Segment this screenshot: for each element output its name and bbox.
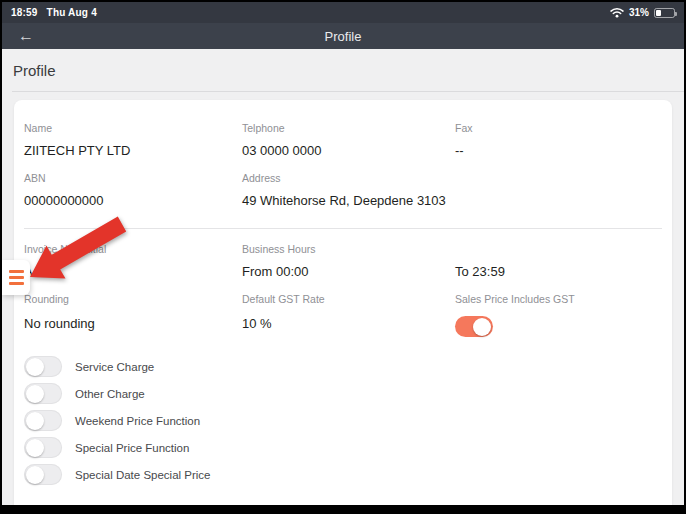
field-label: Name <box>24 122 242 134</box>
hamburger-icon <box>9 270 24 285</box>
abn-field[interactable]: ABN 00000000000 <box>24 172 242 208</box>
battery-percent: 31% <box>629 7 649 18</box>
address-field[interactable]: Address 49 Whitehorse Rd, Deepdene 3103 <box>242 172 455 208</box>
field-label: Business Hours <box>242 243 455 255</box>
business-hours-to-field[interactable]: To 23:59 <box>455 243 672 279</box>
order-types-section: Order Types Dine-in Take-away Quick s <box>24 504 672 505</box>
battery-fill <box>656 10 661 16</box>
card-row-1: Name ZIITECH PTY LTD Telphone 03 0000 00… <box>24 102 672 158</box>
other-charge-toggle[interactable] <box>24 383 62 404</box>
field-value: 03 0000 0000 <box>242 143 455 158</box>
heading-divider <box>12 91 684 92</box>
sales-price-includes-gst-field: Sales Price Includes GST <box>455 293 672 337</box>
field-label: Default GST Rate <box>242 293 455 305</box>
card-row-4: Rounding No rounding Default GST Rate 10… <box>24 279 672 337</box>
name-field[interactable]: Name ZIITECH PTY LTD <box>24 122 242 158</box>
field-value: 10 % <box>242 316 455 331</box>
field-label: Rounding <box>24 293 242 305</box>
special-date-price-toggle[interactable] <box>24 464 62 485</box>
nav-bar: ← Profile <box>2 23 684 49</box>
special-price-toggle[interactable] <box>24 437 62 458</box>
status-time: 18:59 <box>11 7 38 18</box>
service-charge-row: Service Charge <box>24 353 672 380</box>
field-label: ABN <box>24 172 242 184</box>
weekend-price-toggle[interactable] <box>24 410 62 431</box>
field-value: ZIITECH PTY LTD <box>24 143 242 158</box>
field-label: Fax <box>455 122 672 134</box>
field-label <box>455 243 672 255</box>
field-value: -- <box>455 143 672 158</box>
special-date-price-row: Special Date Special Price <box>24 461 672 488</box>
card-row-2: ABN 00000000000 Address 49 Whitehorse Rd… <box>24 158 672 208</box>
field-label: Sales Price Includes GST <box>455 293 672 305</box>
toggle-label: Special Date Special Price <box>75 469 211 481</box>
status-bar: 18:59 Thu Aug 4 31% <box>2 2 684 23</box>
toggle-knob <box>26 358 44 376</box>
field-value: 49 Whitehorse Rd, Deepdene 3103 <box>242 193 455 208</box>
page-title: Profile <box>2 49 684 79</box>
service-charge-toggle[interactable] <box>24 356 62 377</box>
other-charge-row: Other Charge <box>24 380 672 407</box>
invoice-initial-field[interactable]: Invoice NO. Initial A <box>24 243 242 279</box>
battery-icon <box>654 8 675 18</box>
toggle-label: Service Charge <box>75 361 154 373</box>
toggle-label: Special Price Function <box>75 442 189 454</box>
page-content: Profile Name ZIITECH PTY LTD Telphone 03… <box>2 49 684 505</box>
field-value: 00000000000 <box>24 193 242 208</box>
profile-card: Name ZIITECH PTY LTD Telphone 03 0000 00… <box>14 100 672 505</box>
fax-field[interactable]: Fax -- <box>455 122 672 158</box>
field-label: Invoice NO. Initial <box>24 243 242 255</box>
field-value: From 00:00 <box>242 264 455 279</box>
rounding-field[interactable]: Rounding No rounding <box>24 293 242 337</box>
toggle-label: Weekend Price Function <box>75 415 200 427</box>
side-menu-handle[interactable] <box>2 260 30 295</box>
wifi-icon <box>610 7 624 18</box>
toggle-knob <box>26 412 44 430</box>
app-screen: 18:59 Thu Aug 4 31% ← Profile Profile <box>2 2 684 505</box>
nav-title: Profile <box>2 29 684 44</box>
weekend-price-row: Weekend Price Function <box>24 407 672 434</box>
gst-rate-field[interactable]: Default GST Rate 10 % <box>242 293 455 337</box>
field-label: Address <box>242 172 455 184</box>
screenshot-frame: 18:59 Thu Aug 4 31% ← Profile Profile <box>0 0 686 514</box>
order-types-label: Order Types <box>24 504 672 505</box>
card-row-3: Invoice NO. Initial A Business Hours Fro… <box>24 229 672 279</box>
telephone-field[interactable]: Telphone 03 0000 0000 <box>242 122 455 158</box>
sales-price-includes-gst-toggle[interactable] <box>455 316 493 337</box>
toggle-label: Other Charge <box>75 388 145 400</box>
toggle-knob <box>26 466 44 484</box>
toggle-knob <box>26 439 44 457</box>
field-value: No rounding <box>24 316 242 331</box>
toggle-knob <box>26 385 44 403</box>
field-value: To 23:59 <box>455 264 672 279</box>
special-price-row: Special Price Function <box>24 434 672 461</box>
status-date: Thu Aug 4 <box>47 7 97 18</box>
field-value: A <box>24 264 242 279</box>
business-hours-from-field[interactable]: Business Hours From 00:00 <box>242 243 455 279</box>
toggle-knob <box>473 318 491 336</box>
field-label: Telphone <box>242 122 455 134</box>
feature-toggle-list: Service Charge Other Charge Weekend Pric… <box>24 353 672 488</box>
